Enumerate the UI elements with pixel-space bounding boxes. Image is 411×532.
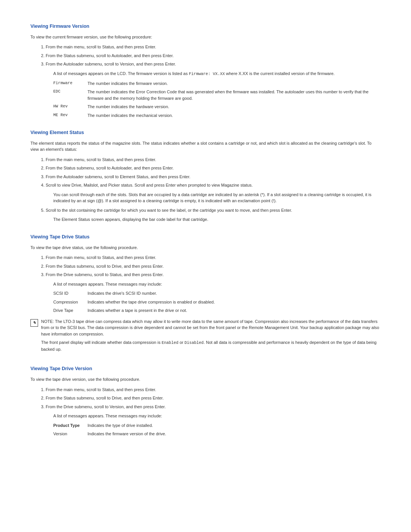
def-row-merev: ME Rev The number indicates the mechanic… bbox=[53, 112, 381, 119]
note-icon: ✎ bbox=[30, 319, 38, 327]
def-term-hwrev: HW Rev bbox=[53, 104, 88, 110]
note-box-compression: ✎ NOTE: The LTO-3 tape drive can compres… bbox=[30, 318, 381, 355]
indented-text-tape-status: A list of messages appears. These messag… bbox=[53, 281, 381, 288]
def-desc-compression: Indicates whether the tape drive compres… bbox=[88, 299, 381, 305]
section-firmware-version: Viewing Firmware Version To view the cur… bbox=[30, 23, 381, 118]
def-desc-edc: The number indicates the Error Correctio… bbox=[88, 89, 381, 101]
step-item: From the Status submenu, scroll to Autol… bbox=[46, 165, 381, 171]
steps-list-element: From the main menu, scroll to Status, an… bbox=[46, 157, 381, 189]
note-para-2: The front panel display will indicate wh… bbox=[41, 339, 381, 352]
def-row-producttype: Product Type Indicates the type of drive… bbox=[53, 422, 381, 429]
step-item: From the main menu, scroll to Status, an… bbox=[46, 44, 381, 50]
def-row-edc: EDC The number indicates the Error Corre… bbox=[53, 89, 381, 101]
step-item: Scroll to the slot containing the cartri… bbox=[46, 207, 381, 214]
def-row-drivetape: Drive Tape Indicates whether a tape is p… bbox=[53, 307, 381, 314]
def-row-firmware: Firmware The number indicates the firmwa… bbox=[53, 80, 381, 87]
def-term-scsiid: SCSI ID bbox=[53, 290, 88, 297]
step-item: From the Status submenu, scroll to Autol… bbox=[46, 53, 381, 59]
def-desc-hwrev: The number indicates the hardware versio… bbox=[88, 104, 381, 110]
section-intro-firmware: To view the current firmware version, us… bbox=[30, 34, 381, 40]
definition-table-firmware: Firmware The number indicates the firmwa… bbox=[53, 80, 381, 119]
def-term-version: Version bbox=[53, 431, 88, 437]
indented-text-firmware: A list of messages appears on the LCD. T… bbox=[53, 70, 381, 77]
def-desc-merev: The number indicates the mechanical vers… bbox=[88, 112, 381, 119]
note-content-compression: NOTE: The LTO-3 tape drive can compress … bbox=[41, 318, 381, 355]
def-term-edc: EDC bbox=[53, 89, 88, 101]
indented-text-element-slots: You can scroll through each of the slots… bbox=[53, 192, 381, 204]
indented-text-tape-version: A list of messages appears. These messag… bbox=[53, 413, 381, 419]
section-title-firmware: Viewing Firmware Version bbox=[30, 23, 381, 30]
def-row-version: Version Indicates the firmware version o… bbox=[53, 431, 381, 437]
section-intro-tape-status: To view the tape drive status, use the f… bbox=[30, 244, 381, 251]
def-term-firmware: Firmware bbox=[53, 80, 88, 87]
section-tape-drive-status: Viewing Tape Drive Status To view the ta… bbox=[30, 233, 381, 355]
step-item: From the main menu, scroll to Status, an… bbox=[46, 157, 381, 163]
def-term-producttype: Product Type bbox=[53, 422, 88, 429]
definition-table-tape-version: Product Type Indicates the type of drive… bbox=[53, 422, 381, 437]
definition-table-tape-status: SCSI ID Indicates the drive's SCSI ID nu… bbox=[53, 290, 381, 314]
step-item: From the Autoloader submenu, scroll to E… bbox=[46, 174, 381, 180]
section-title-tape-status: Viewing Tape Drive Status bbox=[30, 233, 381, 241]
def-desc-version: Indicates the firmware version of the dr… bbox=[88, 431, 381, 437]
step-item: From the main menu, scroll to Status, an… bbox=[46, 254, 381, 261]
steps-list-firmware: From the main menu, scroll to Status, an… bbox=[46, 44, 381, 67]
def-desc-producttype: Indicates the type of drive installed. bbox=[88, 422, 381, 429]
note-para-1: NOTE: The LTO-3 tape drive can compress … bbox=[41, 318, 381, 337]
step-item: From the Autoloader submenu, scroll to V… bbox=[46, 61, 381, 67]
def-row-hwrev: HW Rev The number indicates the hardware… bbox=[53, 104, 381, 110]
steps-list-tape-status: From the main menu, scroll to Status, an… bbox=[46, 254, 381, 278]
step-item: From the Drive submenu, scroll to Status… bbox=[46, 272, 381, 278]
section-title-tape-version: Viewing Tape Drive Version bbox=[30, 365, 381, 372]
def-desc-scsiid: Indicates the drive's SCSI ID number. bbox=[88, 290, 381, 297]
section-element-status: Viewing Element Status The element statu… bbox=[30, 129, 381, 223]
section-tape-drive-version: Viewing Tape Drive Version To view the t… bbox=[30, 365, 381, 437]
section-intro-tape-version: To view the tape drive version, use the … bbox=[30, 376, 381, 383]
step-item: Scroll to view Drive, Mailslot, and Pick… bbox=[46, 182, 381, 189]
def-term-drivetape: Drive Tape bbox=[53, 307, 88, 314]
def-desc-firmware: The number indicates the firmware versio… bbox=[88, 80, 381, 87]
def-desc-drivetape: Indicates whether a tape is present in t… bbox=[88, 307, 381, 314]
def-row-scsiid: SCSI ID Indicates the drive's SCSI ID nu… bbox=[53, 290, 381, 297]
steps-list-tape-version: From the main menu, scroll to Status, an… bbox=[46, 387, 381, 410]
step-item: From the Status submenu, scroll to Drive… bbox=[46, 395, 381, 401]
def-row-compression: Compression Indicates whether the tape d… bbox=[53, 299, 381, 305]
section-title-element: Viewing Element Status bbox=[30, 129, 381, 136]
step-item: From the main menu, scroll to Status, an… bbox=[46, 387, 381, 393]
step-item: From the Drive submenu, scroll to Versio… bbox=[46, 404, 381, 410]
step-item: From the Status submenu, scroll to Drive… bbox=[46, 263, 381, 270]
steps-list-element-5: Scroll to the slot containing the cartri… bbox=[46, 207, 381, 214]
def-term-compression: Compression bbox=[53, 299, 88, 305]
indented-text-element-screen: The Element Status screen appears, displ… bbox=[53, 216, 381, 223]
section-intro-element: The element status reports the status of… bbox=[30, 140, 381, 153]
def-term-merev: ME Rev bbox=[53, 112, 88, 119]
